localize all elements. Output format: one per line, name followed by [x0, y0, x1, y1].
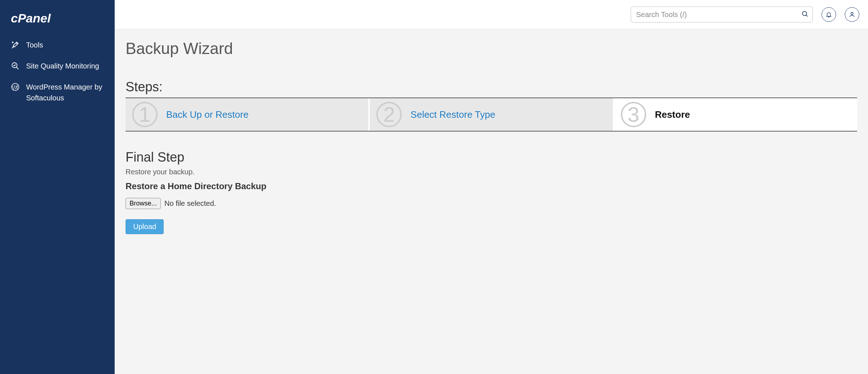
- final-step-subtext: Restore your backup.: [126, 168, 857, 176]
- step-number: 2: [376, 102, 402, 127]
- page-title: Backup Wizard: [126, 40, 857, 58]
- final-step-heading: Final Step: [126, 150, 857, 165]
- sidebar: cPanel Tools Site Quality Monitoring: [0, 0, 115, 374]
- step-number: 3: [621, 102, 646, 127]
- sidebar-item-label: Site Quality Monitoring: [26, 61, 104, 71]
- step-label: Restore: [655, 109, 690, 120]
- step-label[interactable]: Select Restore Type: [410, 109, 495, 120]
- upload-button[interactable]: Upload: [126, 219, 164, 234]
- bell-icon: [826, 11, 832, 18]
- svg-point-3: [802, 11, 807, 16]
- steps-heading: Steps:: [126, 79, 857, 95]
- browse-button[interactable]: Browse...: [126, 198, 161, 209]
- search-icon[interactable]: [801, 10, 808, 19]
- file-input-row: Browse... No file selected.: [126, 198, 857, 209]
- notifications-button[interactable]: [822, 7, 836, 22]
- cpanel-logo-svg: cPanel: [11, 11, 69, 25]
- topbar: [115, 0, 868, 29]
- svg-point-4: [851, 12, 853, 14]
- search-input[interactable]: [631, 7, 813, 22]
- cpanel-logo: cPanel: [0, 11, 115, 34]
- file-status-text: No file selected.: [164, 199, 216, 208]
- step-label[interactable]: Back Up or Restore: [166, 109, 249, 120]
- step-1[interactable]: 1 Back Up or Restore: [126, 98, 369, 131]
- sidebar-item-label: WordPress Manager by Softaculous: [26, 82, 104, 103]
- sidebar-item-site-quality[interactable]: Site Quality Monitoring: [0, 55, 115, 76]
- wordpress-icon: [11, 83, 20, 91]
- steps-row: 1 Back Up or Restore 2 Select Restore Ty…: [126, 97, 857, 132]
- magnifier-check-icon: [11, 62, 20, 70]
- restore-heading: Restore a Home Directory Backup: [126, 181, 857, 191]
- wrench-icon: [11, 41, 20, 49]
- sidebar-item-label: Tools: [26, 40, 104, 50]
- user-icon: [849, 11, 855, 18]
- step-number: 1: [132, 102, 157, 127]
- search-wrap: [631, 7, 813, 22]
- step-2[interactable]: 2 Select Restore Type: [369, 98, 613, 131]
- sidebar-item-tools[interactable]: Tools: [0, 34, 115, 55]
- content: Backup Wizard Steps: 1 Back Up or Restor…: [115, 29, 868, 244]
- main: Backup Wizard Steps: 1 Back Up or Restor…: [115, 0, 868, 374]
- sidebar-item-wordpress[interactable]: WordPress Manager by Softaculous: [0, 76, 115, 108]
- step-3: 3 Restore: [614, 98, 857, 131]
- svg-text:cPanel: cPanel: [11, 11, 51, 25]
- user-button[interactable]: [845, 7, 859, 22]
